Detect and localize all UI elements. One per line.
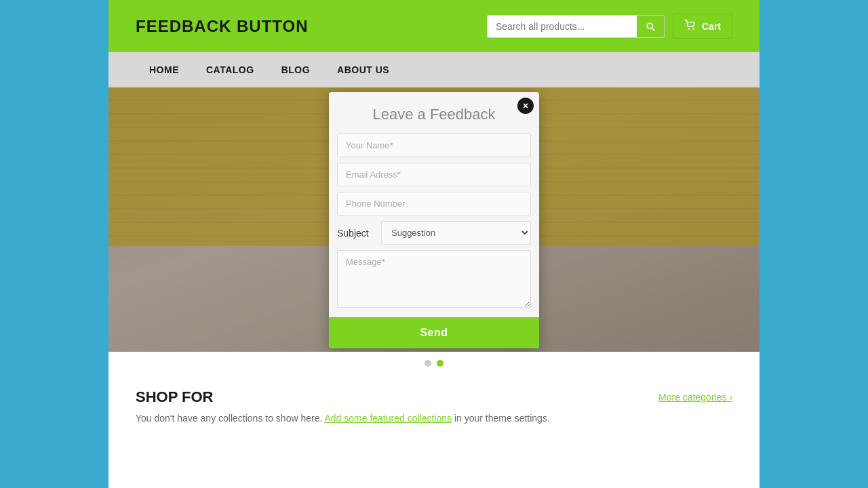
cart-button[interactable]: Cart: [673, 14, 732, 39]
main-content: × Leave a Feedback Subject Suggestion Qu…: [108, 87, 760, 437]
search-button[interactable]: [637, 16, 664, 37]
shop-desc-end: in your theme settings.: [454, 413, 550, 424]
shop-description: You don't have any collections to show h…: [108, 413, 760, 437]
modal-overlay: × Leave a Feedback Subject Suggestion Qu…: [108, 87, 760, 352]
add-collections-link[interactable]: Add some featured collections: [324, 413, 452, 424]
cart-icon: [684, 20, 696, 33]
email-input[interactable]: [337, 163, 531, 186]
subject-label: Subject: [337, 228, 374, 239]
nav-item-about-us[interactable]: ABOUT US: [323, 52, 403, 87]
message-textarea[interactable]: [337, 250, 531, 308]
subject-row: Subject Suggestion Question Complaint Ot…: [337, 221, 531, 245]
header: FEEDBACK BUTTON Cart: [108, 0, 760, 52]
carousel-dot-2[interactable]: [437, 360, 443, 367]
nav-item-home[interactable]: HOME: [136, 52, 193, 87]
name-input[interactable]: [337, 134, 531, 157]
svg-point-0: [688, 28, 690, 30]
feedback-modal: × Leave a Feedback Subject Suggestion Qu…: [329, 92, 539, 348]
shop-desc-text: You don't have any collections to show h…: [136, 413, 322, 424]
subject-select[interactable]: Suggestion Question Complaint Other: [381, 221, 531, 245]
phone-input[interactable]: [337, 192, 531, 216]
search-input[interactable]: [488, 16, 637, 37]
page-wrapper: FEEDBACK BUTTON Cart: [108, 0, 760, 488]
nav-item-blog[interactable]: BLOG: [268, 52, 323, 87]
svg-point-1: [692, 28, 694, 30]
cart-label: Cart: [702, 21, 721, 32]
modal-body: Subject Suggestion Question Complaint Ot…: [329, 134, 539, 317]
nav-item-catalog[interactable]: CATALOG: [193, 52, 268, 87]
shop-section: SHOP FOR More categories ›: [108, 375, 760, 413]
search-icon: [645, 21, 656, 32]
send-button[interactable]: Send: [329, 317, 539, 348]
more-categories-link[interactable]: More categories ›: [658, 392, 732, 403]
search-form: [487, 15, 665, 38]
modal-title: Leave a Feedback: [329, 92, 539, 134]
header-right: Cart: [487, 14, 732, 39]
carousel-dots: [108, 352, 760, 375]
shop-title: SHOP FOR: [136, 388, 214, 406]
site-title: FEEDBACK BUTTON: [136, 17, 309, 36]
modal-close-button[interactable]: ×: [517, 98, 534, 114]
hero-banner: × Leave a Feedback Subject Suggestion Qu…: [108, 87, 760, 352]
carousel-dot-1[interactable]: [425, 360, 431, 367]
navigation: HOME CATALOG BLOG ABOUT US: [108, 52, 760, 87]
